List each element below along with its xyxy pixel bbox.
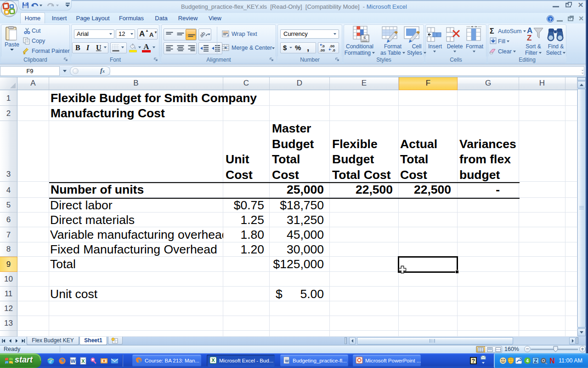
svg-text:ab: ab <box>200 30 206 38</box>
svg-text:Z: Z <box>534 358 537 364</box>
svg-text:a: a <box>225 46 226 49</box>
svg-text:.00: .00 <box>320 48 325 52</box>
svg-text:N: N <box>549 357 555 364</box>
svg-text:e: e <box>50 357 52 364</box>
svg-text:X: X <box>211 357 215 363</box>
svg-text:?: ? <box>549 17 552 22</box>
svg-text:≤: ≤ <box>364 35 366 40</box>
svg-text:4: 4 <box>526 358 529 363</box>
svg-text:X: X <box>81 358 85 364</box>
svg-text:Z: Z <box>527 34 531 42</box>
svg-text:W: W <box>285 359 288 363</box>
svg-text:.00: .00 <box>329 44 335 48</box>
svg-text:.0: .0 <box>332 48 335 52</box>
svg-text:W: W <box>71 358 76 364</box>
